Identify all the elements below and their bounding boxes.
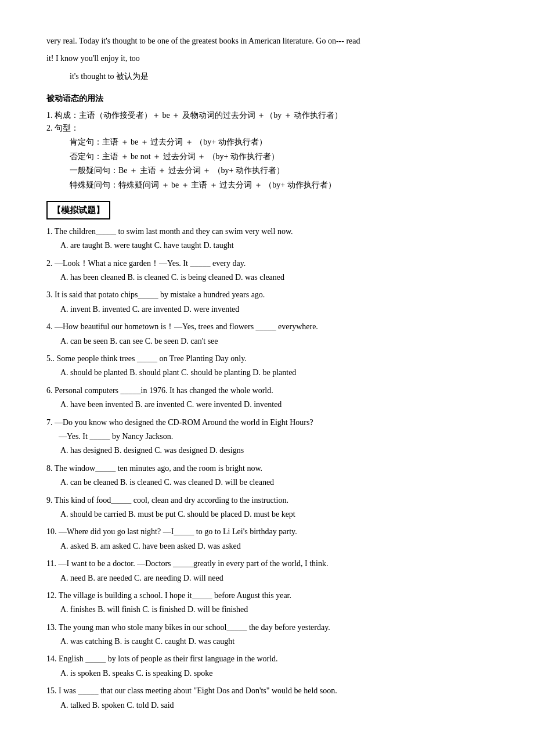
- q15-text: 15. I was _____ that our class meeting a…: [46, 685, 488, 697]
- question-2: 2. —Look！What a nice garden！—Yes. It ___…: [46, 257, 488, 285]
- q4-num: 4.: [46, 322, 55, 331]
- q13-options: A. was catching B. is caught C. caught D…: [46, 635, 488, 648]
- q5-options: A. should be planted B. should plant C. …: [46, 366, 488, 379]
- question-7: 7. —Do you know who designed the CD-ROM …: [46, 416, 488, 458]
- intro-line2: it! I know you'll enjoy it, too: [46, 52, 488, 65]
- q10-text: 10. —Where did you go last night? —I____…: [46, 525, 488, 538]
- q9-num: 9.: [46, 496, 55, 505]
- sentence-type-2: 否定句：主语 ＋ be not ＋ 过去分词 ＋ （by+ 动作执行者）: [70, 150, 488, 163]
- question-1: 1. The children_____ to swim last month …: [46, 225, 488, 253]
- q7-content: —Do you know who designed the CD-ROM Aro…: [55, 418, 313, 427]
- question-3: 3. It is said that potato chips_____ by …: [46, 289, 488, 316]
- grammar-title: 被动语态的用法: [46, 92, 488, 105]
- q1-num: 1.: [46, 227, 55, 236]
- q12-text: 12. The village is building a school. I …: [46, 589, 488, 602]
- question-14: 14. English _____ by lots of people as t…: [46, 653, 488, 680]
- question-15: 15. I was _____ that our class meeting a…: [46, 685, 488, 712]
- q5-num: 5..: [46, 354, 57, 363]
- q7-content2: —Yes. It _____ by Nancy Jackson.: [59, 432, 173, 441]
- q14-text: 14. English _____ by lots of people as t…: [46, 653, 488, 665]
- sentence-type-3: 一般疑问句：Be ＋ 主语 ＋ 过去分词 ＋ （by+ 动作执行者）: [70, 164, 488, 177]
- q7-indent: [46, 432, 59, 441]
- q2-content: —Look！What a nice garden！—Yes. It _____ …: [55, 259, 246, 268]
- q6-options: A. have been invented B. are invented C.…: [46, 398, 488, 411]
- q14-num: 14.: [46, 654, 59, 663]
- q2-options: A. has been cleaned B. is cleaned C. is …: [46, 271, 488, 284]
- q8-num: 8.: [46, 464, 55, 473]
- question-12: 12. The village is building a school. I …: [46, 589, 488, 617]
- q8-options: A. can be cleaned B. is cleaned C. was c…: [46, 476, 488, 489]
- q9-content: This kind of food_____ cool, clean and d…: [55, 496, 288, 505]
- q10-content: —Where did you go last night? —I_____ to…: [59, 527, 297, 536]
- q4-options: A. can be seen B. can see C. be seen D. …: [46, 335, 488, 348]
- rule-num-1: 1.: [46, 111, 55, 120]
- sentence-types: 肯定句：主语 ＋ be ＋ 过去分词 ＋ （by+ 动作执行者） 否定句：主语 …: [46, 136, 488, 192]
- q6-text: 6. Personal computers _____in 1976. It h…: [46, 384, 488, 397]
- intro-note: it's thought to 被认为是: [70, 70, 488, 83]
- q11-options: A. need B. are needed C. are needing D. …: [46, 572, 488, 585]
- q7-text2: —Yes. It _____ by Nancy Jackson.: [46, 430, 488, 443]
- q1-options: A. are taught B. were taught C. have tau…: [46, 239, 488, 252]
- q3-content: It is said that potato chips_____ by mis…: [55, 290, 265, 299]
- q10-num: 10.: [46, 527, 59, 536]
- grammar-rule-1: 1. 构成：主语（动作接受者）＋ be ＋ 及物动词的过去分词 ＋（by ＋ 动…: [46, 109, 488, 122]
- question-13: 13. The young man who stole many bikes i…: [46, 621, 488, 649]
- q2-text: 2. —Look！What a nice garden！—Yes. It ___…: [46, 257, 488, 270]
- q11-num: 11.: [46, 559, 58, 568]
- q12-num: 12.: [46, 591, 59, 600]
- q7-num: 7.: [46, 418, 55, 427]
- question-10: 10. —Where did you go last night? —I____…: [46, 525, 488, 553]
- intro-line1: very real. Today it's thought to be one …: [46, 35, 488, 48]
- q10-options: A. asked B. am asked C. have been asked …: [46, 540, 488, 553]
- q5-text: 5.. Some people think trees _____ on Tre…: [46, 352, 488, 365]
- q13-num: 13.: [46, 623, 59, 632]
- q15-content: I was _____ that our class meeting about…: [59, 686, 337, 695]
- q11-content: —I want to be a doctor. —Doctors _____gr…: [58, 559, 328, 568]
- q9-text: 9. This kind of food_____ cool, clean an…: [46, 494, 488, 507]
- q13-text: 13. The young man who stole many bikes i…: [46, 621, 488, 634]
- q9-options: A. should be carried B. must be put C. s…: [46, 508, 488, 521]
- q15-options: A. talked B. spoken C. told D. said: [46, 699, 488, 712]
- q11-text: 11. —I want to be a doctor. —Doctors ___…: [46, 557, 488, 570]
- q6-content: Personal computers _____in 1976. It has …: [55, 386, 273, 395]
- q6-num: 6.: [46, 386, 55, 395]
- q14-content: English _____ by lots of people as their…: [59, 654, 278, 663]
- rule-text-2: 句型：: [55, 124, 79, 132]
- q1-text: 1. The children_____ to swim last month …: [46, 225, 488, 238]
- section-header: 【模拟试题】: [46, 201, 110, 219]
- grammar-rule-2: 2. 句型：: [46, 122, 488, 135]
- question-4: 4. —How beautiful our hometown is！—Yes, …: [46, 321, 488, 348]
- q7-text: 7. —Do you know who designed the CD-ROM …: [46, 416, 488, 429]
- sentence-type-4: 特殊疑问句：特殊疑问词 ＋ be ＋ 主语 ＋ 过去分词 ＋ （by+ 动作执行…: [70, 179, 488, 192]
- q15-num: 15.: [46, 686, 59, 695]
- q4-content: —How beautiful our hometown is！—Yes, tre…: [55, 322, 318, 331]
- rule-text-1: 构成：主语（动作接受者）＋ be ＋ 及物动词的过去分词 ＋（by ＋ 动作执行…: [55, 111, 342, 120]
- q8-text: 8. The window_____ ten minutes ago, and …: [46, 462, 488, 475]
- q14-options: A. is spoken B. speaks C. is speaking D.…: [46, 667, 488, 680]
- q8-content: The window_____ ten minutes ago, and the…: [55, 464, 262, 473]
- q12-content: The village is building a school. I hope…: [59, 591, 291, 600]
- q3-num: 3.: [46, 290, 55, 299]
- q13-content: The young man who stole many bikes in ou…: [59, 623, 330, 632]
- question-8: 8. The window_____ ten minutes ago, and …: [46, 462, 488, 489]
- q3-text: 3. It is said that potato chips_____ by …: [46, 289, 488, 301]
- question-9: 9. This kind of food_____ cool, clean an…: [46, 494, 488, 521]
- q5-content: Some people think trees _____ on Tree Pl…: [57, 354, 247, 363]
- question-5: 5.. Some people think trees _____ on Tre…: [46, 352, 488, 380]
- q2-num: 2.: [46, 259, 55, 268]
- q1-content: The children_____ to swim last month and…: [55, 227, 293, 236]
- q4-text: 4. —How beautiful our hometown is！—Yes, …: [46, 321, 488, 333]
- question-11: 11. —I want to be a doctor. —Doctors ___…: [46, 557, 488, 585]
- sentence-type-1: 肯定句：主语 ＋ be ＋ 过去分词 ＋ （by+ 动作执行者）: [70, 136, 488, 149]
- exercise-section: 【模拟试题】 1. The children_____ to swim last…: [46, 201, 488, 712]
- q12-options: A. finishes B. will finish C. is finishe…: [46, 603, 488, 616]
- question-6: 6. Personal computers _____in 1976. It h…: [46, 384, 488, 412]
- intro-section: very real. Today it's thought to be one …: [46, 35, 488, 83]
- grammar-section: 被动语态的用法 1. 构成：主语（动作接受者）＋ be ＋ 及物动词的过去分词 …: [46, 92, 488, 192]
- rule-num-2: 2.: [46, 124, 55, 132]
- q7-options: A. has designed B. designed C. was desig…: [46, 444, 488, 457]
- q3-options: A. invent B. invented C. are invented D.…: [46, 303, 488, 316]
